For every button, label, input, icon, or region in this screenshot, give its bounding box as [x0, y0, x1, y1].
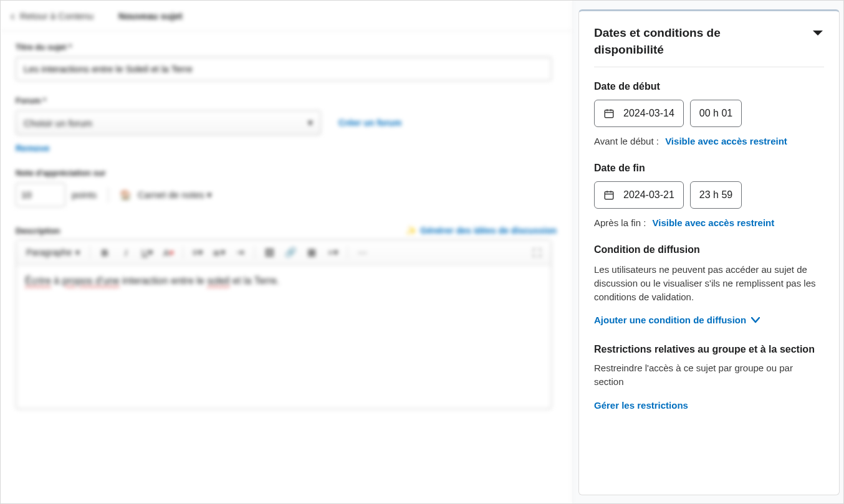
start-time-input[interactable]: 00 h 01: [690, 100, 742, 127]
after-end-visibility-link[interactable]: Visible avec accès restreint: [653, 217, 775, 228]
editor-text: propos d'une: [62, 275, 120, 286]
list-button[interactable]: ≣▾: [209, 244, 228, 261]
forum-select-value: Choisir un forum: [24, 118, 92, 128]
editor-text: soleil: [207, 275, 229, 286]
after-end-label: Après la fin :: [594, 217, 646, 228]
toolbar-sep: [183, 245, 183, 259]
group-restrictions-description: Restreindre l'accès à ce sujet par group…: [594, 361, 824, 389]
italic-button[interactable]: I: [117, 244, 135, 261]
align-button[interactable]: ≡▾: [188, 244, 207, 261]
release-condition-title: Condition de diffusion: [594, 244, 824, 255]
toolbar-sep: [90, 245, 90, 259]
release-condition-description: Les utilisateurs ne peuvent pas accéder …: [594, 263, 824, 303]
fullscreen-button[interactable]: ⛶: [527, 244, 546, 261]
end-date-value: 2024-03-21: [623, 189, 674, 201]
main-editor-area: Retour à Contenu Nouveau sujet Titre du …: [1, 1, 572, 503]
generate-ideas-label: Générer des idées de discussion: [420, 226, 557, 235]
rich-text-editor: Paragraphe ▾ B I U▾ A▾ ≡▾ ≣▾ ⇥ 🖾: [16, 239, 552, 409]
paragraph-style-label: Paragraphe: [26, 247, 72, 257]
availability-panel: Dates et conditions de disponibilité Dat…: [578, 9, 840, 495]
grade-label: Note d'appréciation sur: [16, 168, 557, 178]
sparkle-icon: ✨: [406, 226, 416, 235]
editor-text: Écrire: [25, 275, 51, 286]
insert-other-button[interactable]: +▾: [324, 244, 342, 261]
chevron-down-icon: ▾: [75, 247, 80, 257]
start-date-input[interactable]: 2024-03-14: [594, 100, 684, 127]
generate-ideas-link[interactable]: ✨ Générer des idées de discussion: [406, 226, 557, 235]
group-restrictions-title: Restrictions relatives au groupe et à la…: [594, 344, 824, 355]
editor-text: interaction entre le: [120, 275, 208, 286]
divider: [108, 188, 108, 202]
start-date-value: 2024-03-14: [623, 108, 674, 119]
topic-title-label: Titre du sujet *: [16, 42, 557, 52]
chevron-down-icon: ▾: [308, 117, 313, 128]
end-time-input[interactable]: 23 h 59: [690, 181, 742, 209]
gradebook-status[interactable]: Carnet de notes ▾: [138, 189, 212, 201]
svg-rect-0: [605, 110, 613, 118]
chevron-down-icon: [751, 317, 760, 323]
before-start-visibility-link[interactable]: Visible avec accès restreint: [665, 136, 787, 146]
description-label: Description: [16, 226, 60, 235]
underline-button[interactable]: U▾: [138, 244, 156, 261]
insert-image-button[interactable]: 🖾: [260, 244, 279, 261]
end-time-value: 23 h 59: [699, 189, 732, 201]
add-release-condition-button[interactable]: Ajouter une condition de diffusion: [594, 315, 760, 325]
editor-text: et la Terre.: [230, 275, 280, 286]
editor-toolbar: Paragraphe ▾ B I U▾ A▾ ≡▾ ≣▾ ⇥ 🖾: [16, 240, 551, 265]
bold-button[interactable]: B: [95, 244, 114, 261]
panel-title: Dates et conditions de disponibilité: [594, 25, 781, 58]
end-date-label: Date de fin: [594, 163, 824, 174]
gradebook-icon: 🏠: [120, 189, 132, 201]
points-input[interactable]: [16, 183, 65, 207]
collapse-panel-button[interactable]: [812, 29, 824, 37]
indent-button[interactable]: ⇥: [231, 244, 249, 261]
page-header: Retour à Contenu Nouveau sujet: [1, 1, 572, 31]
manage-restrictions-link[interactable]: Gérer les restrictions: [594, 400, 688, 411]
add-release-label: Ajouter une condition de diffusion: [594, 315, 746, 325]
insert-media-button[interactable]: ▦: [302, 244, 321, 261]
start-date-label: Date de début: [594, 81, 824, 92]
calendar-icon: [603, 108, 615, 119]
toolbar-sep: [347, 245, 348, 259]
remove-link[interactable]: Remove: [16, 143, 49, 153]
availability-sidebar: Dates et conditions de disponibilité Dat…: [572, 1, 843, 503]
back-to-content-link[interactable]: Retour à Contenu: [11, 9, 94, 22]
editor-text: à: [51, 275, 62, 286]
paragraph-style-select[interactable]: Paragraphe ▾: [21, 245, 85, 260]
svg-rect-4: [605, 192, 613, 199]
divider: [594, 67, 824, 67]
forum-label: Forum *: [16, 96, 557, 105]
insert-link-button[interactable]: 🔗: [281, 244, 300, 261]
create-forum-link[interactable]: Créer un forum: [338, 118, 401, 128]
page-title: Nouveau sujet: [118, 11, 183, 21]
before-start-label: Avant le début :: [594, 136, 659, 146]
text-color-button[interactable]: A▾: [159, 244, 178, 261]
calendar-icon: [603, 189, 615, 201]
points-unit-label: points: [72, 189, 97, 200]
topic-title-input[interactable]: [16, 57, 552, 81]
end-date-input[interactable]: 2024-03-21: [594, 181, 684, 209]
start-time-value: 00 h 01: [699, 108, 732, 119]
editor-content[interactable]: Écrire à propos d'une interaction entre …: [16, 265, 551, 409]
forum-select[interactable]: Choisir un forum ▾: [16, 110, 321, 135]
toolbar-sep: [254, 245, 255, 259]
more-button[interactable]: ⋯: [353, 244, 372, 261]
